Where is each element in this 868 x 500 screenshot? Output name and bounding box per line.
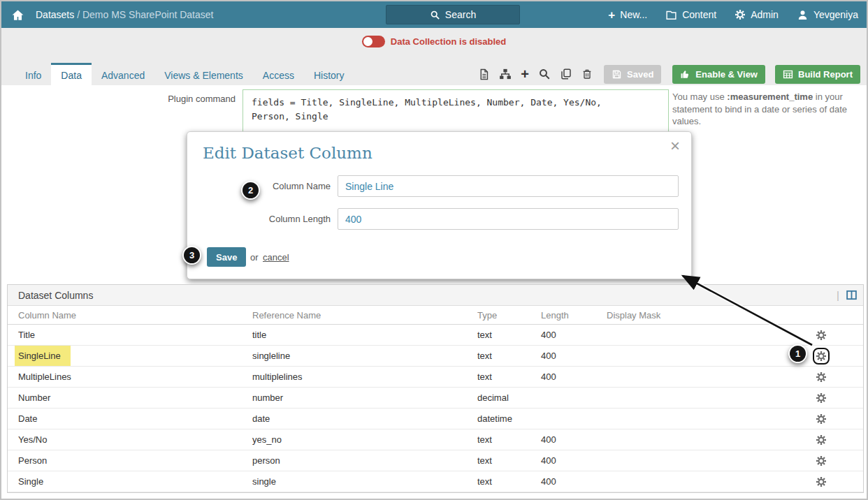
panel-header: Dataset Columns | — [8, 285, 863, 306]
cell-length: 400 — [541, 476, 607, 487]
user-icon — [797, 9, 809, 21]
toolbar-icons: + — [478, 67, 593, 81]
panel-tools: | — [837, 289, 858, 301]
gear-icon-button[interactable] — [813, 348, 830, 365]
breadcrumb-separator: / — [77, 9, 80, 20]
build-report-label: Build Report — [798, 69, 853, 80]
navbar-right-menu: + New... Content Admin Yevgeniya — [608, 1, 858, 28]
home-icon[interactable] — [11, 8, 24, 22]
tab-access[interactable]: Access — [253, 63, 304, 85]
search-button[interactable]: Search — [386, 5, 520, 24]
cell-reference-name: date — [252, 413, 477, 424]
enable-view-label: Enable & View — [695, 69, 758, 80]
tab-data[interactable]: Data — [51, 63, 92, 85]
user-menu-item[interactable]: Yevgeniya — [797, 9, 858, 21]
table-row: MultipleLines multiplelines text 400 — [8, 367, 863, 388]
folder-icon — [665, 9, 677, 21]
gear-icon-button[interactable] — [813, 327, 830, 344]
gear-icon-button[interactable] — [813, 390, 830, 406]
cell-column-name: Person — [8, 455, 252, 466]
app-window: Datasets / Demo MS SharePoint Dataset Se… — [0, 0, 868, 500]
breadcrumb-root[interactable]: Datasets — [36, 9, 74, 20]
column-length-input[interactable] — [338, 208, 679, 230]
tab-advanced[interactable]: Advanced — [92, 63, 154, 85]
cell-type: decimal — [477, 392, 541, 403]
sitemap-icon[interactable] — [499, 68, 512, 80]
columns-icon[interactable] — [846, 289, 858, 301]
copy-icon[interactable] — [560, 68, 572, 80]
search-icon[interactable] — [538, 68, 551, 80]
cell-type: text — [477, 330, 541, 340]
thumb-up-icon — [680, 69, 690, 80]
table-row: Person person text 400 — [8, 450, 863, 471]
save-button[interactable]: Save — [207, 247, 246, 267]
cell-actions — [779, 432, 863, 448]
build-report-button[interactable]: Build Report — [775, 65, 860, 84]
header-column-name[interactable]: Column Name — [8, 310, 252, 321]
cell-type: text — [477, 372, 541, 382]
breadcrumb: Datasets / Demo MS SharePoint Dataset — [36, 9, 213, 20]
cell-length: 400 — [541, 351, 607, 361]
search-icon — [430, 10, 440, 20]
plugin-command-textarea[interactable]: fields = Title, SingleLine, MultipleLine… — [243, 89, 669, 136]
plugin-command-line: Person, Single — [252, 110, 660, 124]
gear-icon-button[interactable] — [813, 432, 830, 448]
cell-column-name: Title — [8, 330, 252, 340]
cell-type: text — [477, 351, 541, 361]
modal-title: Edit Dataset Column — [203, 144, 372, 162]
table-icon — [783, 69, 793, 80]
cell-reference-name: yes_no — [252, 434, 477, 445]
header-type[interactable]: Type — [477, 310, 541, 321]
cell-reference-name: title — [252, 330, 477, 340]
file-icon[interactable] — [478, 68, 490, 81]
tab-info[interactable]: Info — [15, 63, 51, 85]
saved-button[interactable]: Saved — [604, 65, 661, 84]
cell-reference-name: number — [252, 392, 477, 403]
new-menu-item[interactable]: + New... — [608, 9, 647, 21]
tab-history[interactable]: History — [304, 63, 354, 85]
user-label: Yevgeniya — [813, 9, 858, 20]
cell-actions — [779, 369, 863, 385]
callout-badge-1: 1 — [788, 344, 807, 363]
table-row: SingleLine singleline text 400 — [8, 346, 863, 367]
tab-views-elements[interactable]: Views & Elements — [154, 63, 253, 85]
cell-column-name: Date — [8, 413, 252, 424]
content-label: Content — [682, 9, 716, 20]
cell-length: 400 — [541, 372, 607, 382]
trash-icon[interactable] — [581, 68, 593, 80]
cell-length: 400 — [541, 455, 607, 466]
cell-length: 400 — [541, 434, 607, 445]
column-name-input[interactable] — [338, 175, 679, 197]
add-icon[interactable]: + — [521, 67, 529, 81]
gear-icon-button[interactable] — [813, 453, 830, 469]
table-row: Yes/No yes_no text 400 — [8, 429, 863, 450]
or-label: or — [250, 252, 259, 263]
cell-type: text — [477, 434, 541, 445]
cell-actions — [779, 327, 863, 344]
cell-reference-name: singleline — [252, 351, 477, 361]
data-collection-label: Data Collection is disabled — [391, 36, 506, 47]
cancel-link[interactable]: cancel — [263, 252, 289, 263]
gear-icon-button[interactable] — [813, 473, 830, 490]
header-length[interactable]: Length — [541, 310, 607, 321]
data-collection-banner: Data Collection is disabled — [1, 36, 867, 47]
admin-menu-item[interactable]: Admin — [735, 9, 779, 20]
save-icon — [612, 69, 622, 80]
cell-actions — [779, 453, 863, 469]
cell-actions — [779, 411, 863, 427]
cell-type: datetime — [477, 413, 541, 424]
data-collection-toggle[interactable] — [362, 36, 385, 47]
header-reference-name[interactable]: Reference Name — [252, 310, 477, 321]
table-row: Single single text 400 — [8, 471, 863, 492]
header-display-mask[interactable]: Display Mask — [607, 310, 779, 321]
gear-icon-button[interactable] — [813, 411, 830, 427]
cell-type: text — [477, 476, 541, 487]
enable-view-button[interactable]: Enable & View — [672, 65, 765, 84]
table-row: Number number decimal — [8, 388, 863, 409]
cell-column-name: MultipleLines — [8, 372, 252, 382]
breadcrumb-current: Demo MS SharePoint Dataset — [82, 9, 214, 20]
toggle-knob — [363, 37, 372, 46]
close-icon[interactable]: × — [670, 138, 680, 154]
gear-icon-button[interactable] — [813, 369, 830, 385]
content-menu-item[interactable]: Content — [665, 9, 716, 21]
